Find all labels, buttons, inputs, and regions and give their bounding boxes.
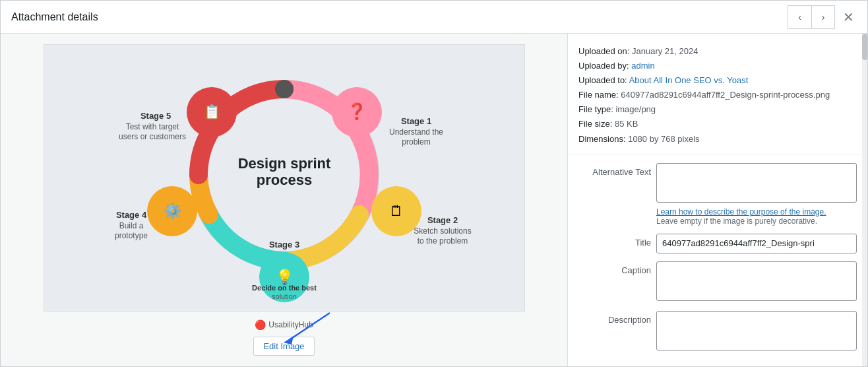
svg-text:users or customers: users or customers xyxy=(118,132,185,141)
description-input[interactable] xyxy=(656,311,857,350)
close-button[interactable]: ✕ xyxy=(840,8,857,26)
nav-buttons: ‹ › ✕ xyxy=(788,5,857,29)
caption-label: Caption xyxy=(578,261,651,275)
modal-header: Attachment details ‹ › ✕ xyxy=(1,1,867,34)
file-name: File name: 640977ad8291c6944aff7ff2_Desi… xyxy=(578,88,857,102)
uploaded-to-link[interactable]: About All In One SEO vs. Yoast xyxy=(629,75,749,85)
uploaded-by-link[interactable]: admin xyxy=(631,61,654,71)
uploaded-by: Uploaded by: admin xyxy=(578,59,857,73)
title-label: Title xyxy=(578,234,651,248)
details-panel: Uploaded on: January 21, 2024 Uploaded b… xyxy=(568,34,867,366)
title-wrap xyxy=(656,234,857,253)
svg-marker-30 xyxy=(284,336,294,345)
modal-title: Attachment details xyxy=(11,11,98,23)
alt-text-help: Learn how to describe the purpose of the… xyxy=(656,207,857,226)
alt-text-help-link[interactable]: Learn how to describe the purpose of the… xyxy=(656,207,826,217)
svg-text:Stage 3: Stage 3 xyxy=(268,240,299,250)
svg-text:Design sprint: Design sprint xyxy=(237,155,330,172)
caption-wrap xyxy=(656,261,857,303)
modal-body: Design sprint process ❓ Stage 1 Understa… xyxy=(1,34,867,366)
caption-field-row: Caption xyxy=(578,261,857,303)
metadata-section: Uploaded on: January 21, 2024 Uploaded b… xyxy=(568,34,867,155)
description-label: Description xyxy=(578,311,651,325)
uploaded-on: Uploaded on: January 21, 2024 xyxy=(578,44,857,59)
alt-text-wrap: Learn how to describe the purpose of the… xyxy=(656,163,857,226)
svg-text:Understand the: Understand the xyxy=(388,127,443,137)
alt-text-input[interactable] xyxy=(656,163,857,203)
svg-text:⚙️: ⚙️ xyxy=(163,202,181,220)
uploaded-to: Uploaded to: About All In One SEO vs. Yo… xyxy=(578,73,857,88)
prev-button[interactable]: ‹ xyxy=(788,5,811,29)
svg-point-1 xyxy=(275,80,294,98)
alt-text-field-row: Alternative Text Learn how to describe t… xyxy=(578,163,857,226)
description-field-row: Description xyxy=(578,311,857,352)
svg-text:❓: ❓ xyxy=(347,102,367,121)
title-field-row: Title xyxy=(578,234,857,253)
svg-text:Stage 5: Stage 5 xyxy=(140,111,170,121)
image-preview: Design sprint process ❓ Stage 1 Understa… xyxy=(44,44,525,312)
alt-text-help-sub: Leave empty if the image is purely decor… xyxy=(656,217,857,226)
svg-text:🗒: 🗒 xyxy=(389,203,404,219)
attachment-details-modal: Attachment details ‹ › ✕ xyxy=(0,0,868,367)
svg-text:prototype: prototype xyxy=(114,231,147,240)
svg-text:Build a: Build a xyxy=(119,221,143,230)
fields-section: Alternative Text Learn how to describe t… xyxy=(568,155,867,360)
file-type: File type: image/png xyxy=(578,102,857,117)
alt-text-label: Alternative Text xyxy=(578,163,651,177)
svg-text:💡: 💡 xyxy=(275,268,294,286)
diagram-svg: Design sprint process ❓ Stage 1 Understa… xyxy=(93,53,476,304)
scrollbar-track xyxy=(862,34,867,366)
svg-line-29 xyxy=(290,313,330,339)
svg-text:📋: 📋 xyxy=(202,103,221,121)
title-input[interactable] xyxy=(656,234,857,253)
svg-text:Sketch solutions: Sketch solutions xyxy=(414,226,471,236)
image-panel: Design sprint process ❓ Stage 1 Understa… xyxy=(1,34,568,366)
scrollbar-thumb[interactable] xyxy=(862,34,867,60)
svg-text:Test with target: Test with target xyxy=(125,122,179,131)
svg-text:process: process xyxy=(256,172,311,188)
file-size: File size: 85 KB xyxy=(578,117,857,131)
svg-text:to the problem: to the problem xyxy=(417,236,468,246)
svg-text:Stage 1: Stage 1 xyxy=(400,116,431,126)
svg-text:Decide on the best: Decide on the best xyxy=(252,284,317,292)
dimensions: Dimensions: 1080 by 768 pixels xyxy=(578,132,857,147)
description-wrap xyxy=(656,311,857,352)
svg-text:Stage 4: Stage 4 xyxy=(115,210,146,220)
next-button[interactable]: › xyxy=(811,5,835,29)
arrow-indicator xyxy=(277,306,356,346)
caption-input[interactable] xyxy=(656,261,857,301)
svg-text:Stage 2: Stage 2 xyxy=(427,215,457,225)
svg-text:problem: problem xyxy=(402,137,430,147)
svg-text:solution: solution xyxy=(272,292,297,300)
